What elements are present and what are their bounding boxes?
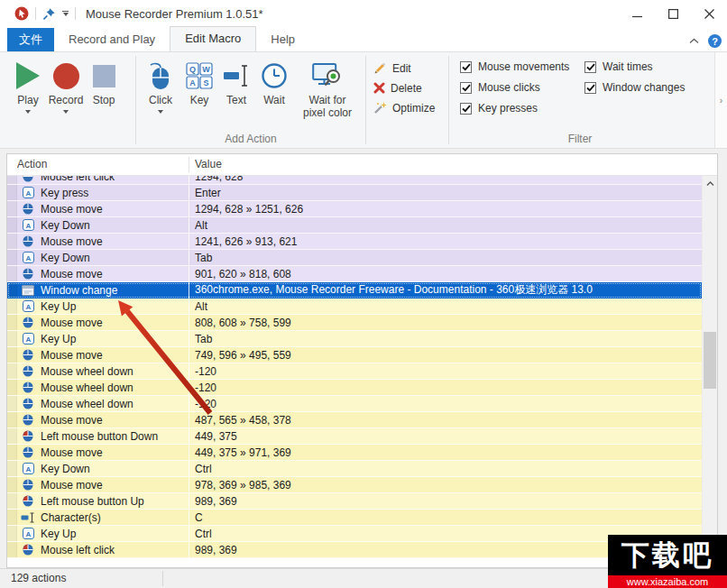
ribbon-expand-arrow-icon[interactable]: › — [714, 52, 727, 148]
key-button[interactable]: QWAS Key — [181, 52, 217, 106]
action-cell: Key Up — [37, 300, 189, 313]
table-row[interactable]: Mouse left click1294, 628 — [7, 176, 702, 185]
table-row[interactable]: Mouse move978, 369 » 985, 369 — [7, 477, 702, 493]
record-button[interactable]: Record — [47, 52, 85, 114]
action-cell: Key Down — [37, 219, 189, 232]
table-row[interactable]: Mouse move808, 608 » 758, 599 — [7, 315, 702, 331]
table-row[interactable]: Character(s)C — [7, 510, 702, 526]
action-cell: Mouse move — [37, 268, 189, 280]
table-row[interactable]: Left mouse button Up989, 369 — [7, 493, 702, 510]
click-dropdown-icon[interactable] — [158, 110, 163, 114]
mouse-left-icon — [19, 544, 37, 556]
keyboard-keys-icon: QWAS — [186, 58, 213, 94]
column-header-action[interactable]: Action — [17, 158, 47, 170]
delete-button[interactable]: Delete — [366, 78, 448, 97]
tab-edit-macro[interactable]: Edit Macro — [170, 26, 256, 51]
table-row[interactable]: Mouse move487, 565 » 458, 378 — [7, 412, 702, 428]
tab-record-and-play[interactable]: Record and Play — [54, 28, 170, 51]
svg-text:A: A — [25, 222, 31, 230]
text-button[interactable]: Text — [217, 52, 255, 106]
checkbox-icon — [460, 82, 472, 94]
table-row[interactable]: Window change360chrome.exe, Mouse Record… — [7, 282, 702, 299]
maximize-button[interactable] — [655, 0, 691, 27]
mouse-icon — [19, 268, 37, 280]
action-cell: Left mouse button Down — [37, 430, 189, 443]
stop-button[interactable]: Stop — [85, 52, 123, 106]
table-row[interactable]: AKey UpCtrl — [7, 526, 702, 542]
tab-file[interactable]: 文件 — [7, 28, 54, 51]
table-row[interactable]: AKey DownCtrl — [7, 461, 702, 477]
table-row[interactable]: Mouse left click989, 369 — [7, 542, 702, 558]
table-row[interactable]: Mouse wheel down-120 — [7, 380, 702, 396]
value-cell: Tab — [189, 252, 702, 264]
table-row[interactable]: AKey UpTab — [7, 331, 702, 347]
action-cell: Mouse move — [37, 414, 189, 427]
table-row[interactable]: Mouse move901, 620 » 818, 608 — [7, 266, 702, 282]
click-button[interactable]: Click — [140, 52, 181, 114]
text-icon — [19, 512, 37, 523]
tab-help[interactable]: Help — [256, 28, 309, 51]
checkbox-mouse-movements[interactable]: Mouse movements — [460, 60, 569, 73]
checkbox-mouse-clicks[interactable]: Mouse clicks — [460, 81, 569, 94]
table-row[interactable]: Mouse move1294, 628 » 1251, 626 — [7, 201, 702, 217]
row-header-strip — [7, 282, 17, 298]
group-label-filter: Filter — [449, 133, 711, 145]
ribbon: Play Record Stop — [0, 52, 727, 149]
table-row[interactable]: Left mouse button Down449, 375 — [7, 428, 702, 445]
key-icon: A — [19, 219, 37, 231]
pixel-color-search-icon — [312, 58, 343, 94]
value-cell: 487, 565 » 458, 378 — [189, 414, 702, 427]
table-row[interactable]: AKey UpAlt — [7, 299, 702, 315]
pencil-icon — [373, 61, 387, 75]
table-row[interactable]: Mouse wheel down-120 — [7, 396, 702, 412]
table-row[interactable]: AKey DownAlt — [7, 217, 702, 234]
column-divider[interactable] — [189, 157, 189, 172]
checkbox-key-presses[interactable]: Key presses — [460, 102, 569, 115]
wait-button[interactable]: Wait — [255, 52, 293, 106]
checkbox-wait-times[interactable]: Wait times — [584, 60, 685, 73]
record-dropdown-icon[interactable] — [63, 110, 69, 114]
value-cell: 808, 608 » 758, 599 — [189, 317, 702, 329]
vertical-scrollbar[interactable] — [702, 176, 717, 567]
ribbon-group-playback: Play Record Stop — [0, 52, 135, 148]
action-cell: Mouse move — [37, 317, 189, 329]
help-icon[interactable]: ? — [708, 34, 722, 48]
value-cell: 978, 369 » 985, 369 — [189, 479, 702, 492]
quick-access-dropdown-icon[interactable] — [62, 11, 69, 16]
play-dropdown-icon[interactable] — [25, 110, 31, 114]
scrollbar-thumb[interactable] — [704, 332, 716, 389]
action-cell: Mouse move — [37, 203, 189, 216]
window-icon — [19, 285, 37, 296]
row-header-strip — [7, 380, 17, 395]
value-cell: 449, 375 — [189, 430, 702, 443]
table-row[interactable]: Mouse move749, 596 » 495, 559 — [7, 347, 702, 363]
checkbox-window-changes[interactable]: Window changes — [584, 81, 685, 94]
watermark-logo: 下载吧 — [608, 535, 727, 575]
action-cell: Left mouse button Up — [37, 495, 189, 508]
wait-for-pixel-color-button[interactable]: Wait for pixel color — [293, 52, 362, 119]
table-row[interactable]: AKey DownTab — [7, 250, 702, 266]
action-cell: Mouse wheel down — [37, 381, 189, 394]
optimize-button[interactable]: Optimize — [366, 98, 448, 117]
table-row[interactable]: Mouse move1241, 626 » 913, 621 — [7, 234, 702, 250]
minimize-button[interactable] — [619, 0, 655, 27]
svg-text:A: A — [25, 189, 31, 198]
close-button[interactable] — [691, 0, 727, 27]
table-row[interactable]: AKey pressEnter — [7, 185, 702, 201]
table-body: Mouse left click1294, 628AKey pressEnter… — [7, 176, 702, 567]
scroll-up-icon[interactable] — [703, 176, 717, 191]
checkbox-icon — [460, 61, 472, 73]
edit-button[interactable]: Edit — [366, 59, 448, 78]
collapse-ribbon-icon[interactable] — [689, 38, 699, 44]
pin-icon[interactable] — [42, 7, 56, 21]
action-cell: Key Down — [37, 463, 189, 475]
table-row[interactable]: Mouse move449, 375 » 971, 369 — [7, 445, 702, 461]
table-row[interactable]: Mouse wheel down-120 — [7, 363, 702, 380]
value-cell: Alt — [189, 300, 702, 313]
play-button[interactable]: Play — [9, 52, 47, 114]
action-table: Action Value Mouse left click1294, 628AK… — [6, 153, 718, 568]
mouse-icon — [19, 235, 37, 247]
key-icon: A — [19, 252, 37, 263]
column-header-value[interactable]: Value — [195, 158, 222, 170]
action-cell: Key press — [37, 187, 189, 199]
